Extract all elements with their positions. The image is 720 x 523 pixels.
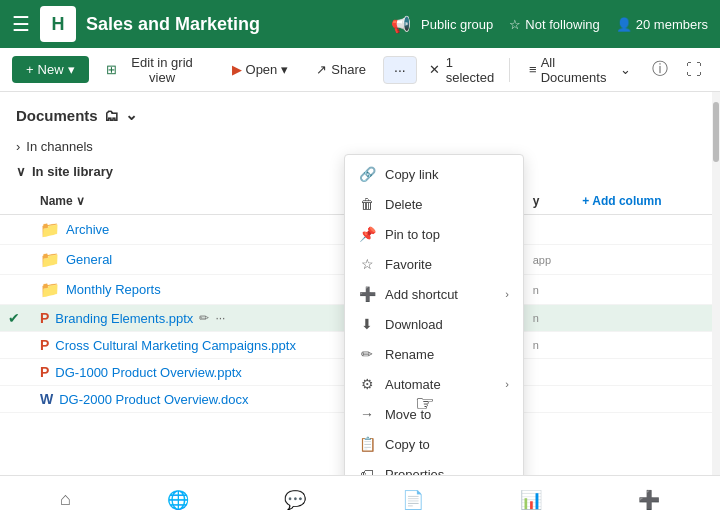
menu-item-properties[interactable]: 🏷 Properties — [345, 459, 523, 475]
file-name: Archive — [66, 222, 109, 237]
menu-item-icon: 🗑 — [359, 196, 375, 212]
edit-grid-button[interactable]: ⊞ Edit in grid view — [95, 49, 215, 91]
menu-item-label: Pin to top — [385, 227, 440, 242]
scroll-thumb[interactable] — [713, 102, 719, 162]
menu-item-move-to[interactable]: → Move to — [345, 399, 523, 429]
menu-item-add-shortcut[interactable]: ➕ Add shortcut › — [345, 279, 523, 309]
modified-by-cell — [525, 386, 575, 413]
menu-item-label: Copy to — [385, 437, 430, 452]
nav-home[interactable]: ⌂ — [48, 485, 83, 514]
members-icon: 👤 — [616, 17, 632, 32]
menu-item-label: Automate — [385, 377, 441, 392]
library-icon: 🗂 — [104, 107, 119, 124]
menu-item-automate[interactable]: ⚙ Automate › — [345, 369, 523, 399]
modified-by-cell — [525, 215, 575, 245]
submenu-arrow-icon: › — [505, 378, 509, 390]
menu-item-icon: ➕ — [359, 286, 375, 302]
nav-apps[interactable]: 📊 — [508, 485, 554, 515]
rename-icon[interactable]: ✏ — [199, 311, 209, 325]
settings-icon[interactable]: 📢 — [391, 15, 411, 34]
plus-icon: + — [26, 62, 34, 77]
modified-by-column-header[interactable]: y — [525, 188, 575, 215]
new-button[interactable]: + New ▾ — [12, 56, 89, 83]
files-icon: 📄 — [402, 489, 424, 511]
menu-item-label: Download — [385, 317, 443, 332]
menu-item-icon: ☆ — [359, 256, 375, 272]
header-chevron-icon[interactable]: ⌄ — [125, 106, 138, 124]
open-button[interactable]: ▶ Open ▾ — [221, 56, 300, 83]
menu-item-delete[interactable]: 🗑 Delete — [345, 189, 523, 219]
separator — [509, 58, 510, 82]
menu-item-copy-to[interactable]: 📋 Copy to — [345, 429, 523, 459]
menu-item-rename[interactable]: ✏ Rename — [345, 339, 523, 369]
menu-item-label: Add shortcut — [385, 287, 458, 302]
documents-title: Documents — [16, 107, 98, 124]
nav-browser[interactable]: 🌐 — [155, 485, 201, 515]
file-name: Monthly Reports — [66, 282, 161, 297]
file-name: General — [66, 252, 112, 267]
docx-icon: W — [40, 391, 53, 407]
name-column-header[interactable] — [0, 188, 32, 215]
in-channels-label: In channels — [26, 139, 93, 154]
pptx-icon: P — [40, 310, 49, 326]
check-icon: ✔ — [8, 310, 20, 326]
toolbar: + New ▾ ⊞ Edit in grid view ▶ Open ▾ ↗ S… — [0, 48, 720, 92]
members-button[interactable]: 👤 20 members — [616, 17, 708, 32]
chevron-icon: ▾ — [281, 62, 288, 77]
menu-item-download[interactable]: ⬇ Download — [345, 309, 523, 339]
modified-by-cell: app — [525, 245, 575, 275]
hamburger-icon[interactable]: ☰ — [12, 12, 30, 36]
menu-item-copy-link[interactable]: 🔗 Copy link — [345, 159, 523, 189]
menu-item-icon: ⚙ — [359, 376, 375, 392]
share-button[interactable]: ↗ Share — [305, 56, 377, 83]
chevron-down-icon: ⌄ — [620, 62, 631, 77]
pptx-icon: P — [40, 337, 49, 353]
close-selected-icon[interactable]: ✕ — [429, 62, 440, 77]
site-title: Sales and Marketing — [86, 14, 381, 35]
filter-icon: ≡ — [529, 62, 537, 77]
folder-icon: 📁 — [40, 250, 60, 269]
menu-item-icon: ⬇ — [359, 316, 375, 332]
following-button[interactable]: ☆ Not following — [509, 17, 599, 32]
menu-item-label: Favorite — [385, 257, 432, 272]
star-icon: ☆ — [509, 17, 521, 32]
info-button[interactable]: ⓘ — [646, 55, 674, 84]
all-documents-button[interactable]: ≡ All Documents ⌄ — [520, 50, 640, 90]
menu-item-icon: 🔗 — [359, 166, 375, 182]
nav-files[interactable]: 📄 — [390, 485, 436, 515]
nav-add[interactable]: ➕ — [626, 485, 672, 515]
following-label: Not following — [525, 17, 599, 32]
add-column-button[interactable]: + Add column — [574, 188, 712, 215]
submenu-arrow-icon: › — [505, 288, 509, 300]
modified-by-cell: n — [525, 275, 575, 305]
vertical-scrollbar[interactable] — [712, 92, 720, 475]
pptx-icon: P — [40, 364, 49, 380]
file-name: DG-2000 Product Overview.docx — [59, 392, 248, 407]
add-icon: ➕ — [638, 489, 660, 511]
menu-item-icon: 🏷 — [359, 466, 375, 475]
menu-item-icon: ✏ — [359, 346, 375, 362]
menu-item-label: Rename — [385, 347, 434, 362]
selected-badge: ✕ 1 selected — [429, 55, 499, 85]
file-name: Branding Elements.pptx — [55, 311, 193, 326]
grid-icon: ⊞ — [106, 62, 117, 77]
ellipsis-icon: ··· — [394, 62, 406, 78]
expand-button[interactable]: ⛶ — [680, 57, 708, 83]
app-logo: H — [40, 6, 76, 42]
menu-item-icon: 📋 — [359, 436, 375, 452]
more-button[interactable]: ··· — [383, 56, 417, 84]
top-navigation: ☰ H Sales and Marketing 📢 Public group ☆… — [0, 0, 720, 48]
file-name: DG-1000 Product Overview.pptx — [55, 365, 241, 380]
documents-header: Documents 🗂 ⌄ — [0, 100, 712, 134]
folder-icon: 📁 — [40, 280, 60, 299]
modified-by-cell — [525, 359, 575, 386]
folder-icon: 📁 — [40, 220, 60, 239]
apps-icon: 📊 — [520, 489, 542, 511]
modified-by-cell: n — [525, 305, 575, 332]
file-name: Cross Cultural Marketing Campaigns.pptx — [55, 338, 296, 353]
more-icon[interactable]: ··· — [215, 311, 225, 325]
menu-item-pin-to-top[interactable]: 📌 Pin to top — [345, 219, 523, 249]
menu-item-favorite[interactable]: ☆ Favorite — [345, 249, 523, 279]
nav-chat[interactable]: 💬 — [272, 485, 318, 515]
menu-item-label: Move to — [385, 407, 431, 422]
